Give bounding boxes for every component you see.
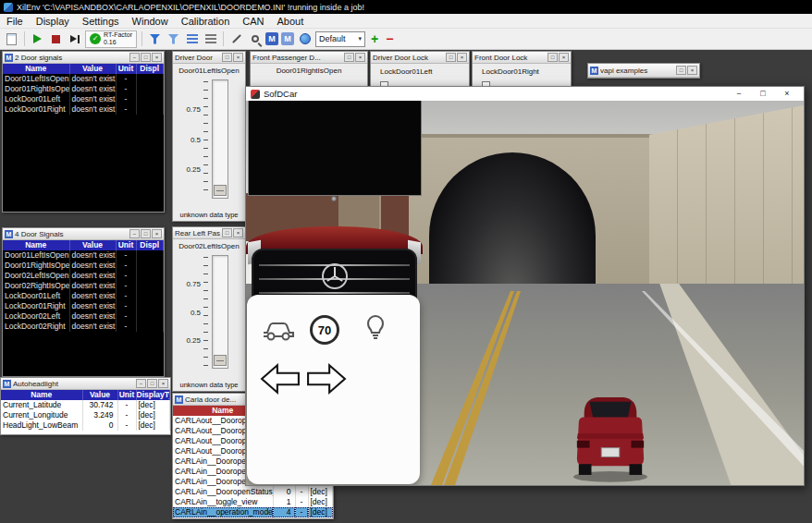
maximize-button[interactable]: □ — [676, 66, 686, 75]
window-titlebar[interactable]: M Autoheadlight − □ × — [1, 378, 170, 390]
column-header-value: Value — [69, 240, 116, 250]
open-sheet-icon[interactable] — [4, 31, 19, 47]
window-title: 2 Door signals — [15, 54, 128, 62]
table-row[interactable]: Door02RightIsOpendoesn't exist- — [3, 281, 164, 291]
search-icon[interactable] — [247, 31, 263, 47]
maximize-button[interactable]: □ — [222, 53, 232, 62]
filter-icon[interactable] — [147, 31, 163, 47]
add-sheet-button[interactable]: + — [368, 31, 381, 46]
table-row[interactable]: Door01LeftIsOpendoesn't exist- — [3, 250, 164, 261]
rt-factor-label: RT-Factor — [104, 31, 132, 39]
filter-edit-icon[interactable] — [166, 31, 181, 47]
list-view-icon[interactable] — [184, 31, 200, 47]
menu-file[interactable]: File — [0, 14, 30, 29]
slider-track[interactable] — [212, 79, 228, 199]
arrow-right-button[interactable] — [306, 361, 347, 396]
table-row[interactable]: Current_Longitude3.249-[dec] — [1, 410, 170, 420]
3d-scene-viewport[interactable]: 70 — [246, 101, 804, 486]
cell-name: Door01LeftIsOpen — [3, 250, 69, 261]
minimize-button[interactable]: − — [727, 87, 751, 101]
stop-icon[interactable] — [48, 31, 64, 47]
maximize-button[interactable]: □ — [141, 229, 151, 238]
menu-about[interactable]: About — [271, 14, 311, 29]
slider-handle[interactable] — [214, 355, 227, 366]
close-button[interactable]: × — [457, 53, 467, 62]
probe-icon[interactable] — [228, 31, 244, 47]
slider-handle[interactable] — [214, 185, 227, 196]
window-titlebar[interactable]: M vapi examples □ × — [588, 64, 699, 78]
close-button[interactable]: × — [355, 53, 365, 62]
slider-status-text: unknown data type — [173, 211, 245, 219]
minimize-button[interactable]: − — [136, 379, 146, 388]
window-titlebar[interactable]: M 2 Door signals − □ × — [3, 52, 164, 64]
scheme-select[interactable]: Default ▾ — [315, 31, 365, 47]
arrow-left-button[interactable] — [260, 361, 301, 396]
headlight-bulb-icon[interactable] — [365, 314, 386, 342]
column-header-unit: Unit — [116, 240, 136, 250]
table-row[interactable]: Door01LeftIsOpendoesn't exist- — [3, 74, 164, 84]
minimize-button[interactable]: − — [129, 53, 140, 62]
close-button[interactable]: × — [233, 228, 243, 237]
close-button[interactable]: × — [158, 379, 168, 388]
menu-can[interactable]: CAN — [236, 14, 270, 29]
close-button[interactable]: × — [233, 53, 243, 62]
column-header-display: Displ — [136, 64, 164, 74]
maximize-button[interactable]: □ — [751, 87, 775, 101]
table-row[interactable]: LockDoor01Leftdoesn't exist- — [3, 291, 164, 301]
table-row[interactable]: LockDoor01Rightdoesn't exist- — [3, 104, 164, 115]
window-titlebar[interactable]: Driver Door □ × — [173, 52, 245, 64]
window-titlebar[interactable]: Front Passenger D... □ × — [251, 52, 367, 64]
table-row[interactable]: HeadLight_LowBeam0-[dec] — [1, 420, 170, 431]
table-row[interactable]: Current_Latitude30.742-[dec] — [1, 400, 170, 410]
maximize-button[interactable]: □ — [446, 53, 456, 62]
menu-calibration[interactable]: Calibration — [175, 14, 237, 29]
close-button[interactable]: × — [152, 53, 162, 62]
table-row[interactable]: Door01RightIsOpendoesn't exist- — [3, 84, 164, 94]
remove-sheet-button[interactable]: − — [384, 31, 395, 46]
funnel-light-icon — [168, 34, 179, 44]
speed-limit-value: 70 — [318, 323, 331, 337]
camera-resize-handle[interactable] — [331, 196, 337, 201]
table-row[interactable]: LockDoor02Rightdoesn't exist- — [3, 322, 164, 332]
cell-value: doesn't exist — [69, 281, 116, 291]
maximize-button[interactable]: □ — [222, 228, 232, 237]
run-icon[interactable] — [30, 31, 45, 47]
minimize-button[interactable]: − — [129, 229, 140, 238]
window-titlebar[interactable]: M 4 Door Signals − □ × — [3, 228, 164, 240]
detail-view-icon[interactable] — [203, 31, 218, 47]
sofdcar-titlebar[interactable]: SofDCar − □ × — [246, 87, 804, 101]
close-button[interactable]: × — [775, 87, 799, 101]
cell-unit: - — [116, 291, 136, 301]
menu-window[interactable]: Window — [126, 14, 175, 29]
table-row[interactable]: Door02LeftIsOpendoesn't exist- — [3, 271, 164, 281]
step-icon[interactable] — [67, 31, 82, 47]
car-status-icon[interactable] — [262, 317, 295, 343]
measurement-window-alt-icon[interactable]: M — [281, 32, 294, 45]
table-row-selected[interactable]: CARLAin__operation_mode4-[dec] — [173, 507, 333, 517]
window-title: Rear Left Passeng... — [175, 229, 220, 237]
window-titlebar[interactable]: Driver Door Lock □ × — [371, 52, 469, 64]
table-row[interactable]: LockDoor02Leftdoesn't exist- — [3, 311, 164, 322]
cell-name: LockDoor01Left — [3, 94, 69, 104]
window-titlebar[interactable]: Rear Left Passeng... □ × — [173, 227, 245, 239]
measurement-window-icon[interactable]: M — [265, 32, 278, 45]
slider-track[interactable] — [212, 255, 228, 369]
window-titlebar[interactable]: Front Door Lock □ × — [473, 52, 571, 64]
table-row[interactable]: LockDoor01Leftdoesn't exist- — [3, 94, 164, 104]
cell-unit: - — [295, 487, 308, 497]
menu-settings[interactable]: Settings — [76, 14, 126, 29]
maximize-button[interactable]: □ — [141, 53, 151, 62]
window-2-door-signals: M 2 Door signals − □ × Name Value Unit D… — [2, 51, 165, 213]
maximize-button[interactable]: □ — [547, 53, 558, 62]
table-row[interactable]: LockDoor01Rightdoesn't exist- — [3, 301, 164, 311]
close-button[interactable]: × — [559, 53, 569, 62]
maximize-button[interactable]: □ — [344, 53, 354, 62]
table-row[interactable]: CARLAin__DooropenStatus_RR0-[dec] — [173, 487, 333, 497]
close-button[interactable]: × — [152, 229, 162, 238]
menu-display[interactable]: Display — [30, 14, 76, 29]
table-row[interactable]: CARLAin__toggle_view1-[dec] — [173, 497, 333, 507]
globe-icon[interactable] — [297, 31, 313, 47]
table-row[interactable]: Door01RightIsOpendoesn't exist- — [3, 261, 164, 271]
maximize-button[interactable]: □ — [147, 379, 157, 388]
close-button[interactable]: × — [687, 66, 697, 75]
